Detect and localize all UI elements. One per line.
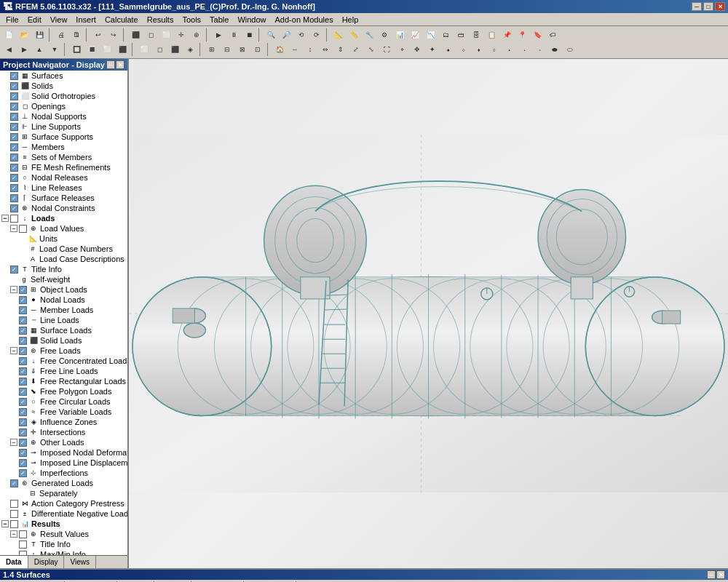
tb2-btn-28[interactable]: ⬩ bbox=[502, 43, 516, 56]
tree-item-openings[interactable]: ◻ Openings bbox=[0, 101, 127, 111]
tb-btn-18[interactable]: 📈 bbox=[408, 28, 422, 41]
tb2-btn-24[interactable]: ⬥ bbox=[440, 43, 455, 56]
tb2-btn-31[interactable]: ⬬ bbox=[547, 43, 562, 56]
cb-nodal-constraints[interactable] bbox=[10, 204, 18, 212]
expand-free-loads[interactable]: − bbox=[10, 347, 17, 354]
tree-item-free-line[interactable]: ⇓ Free Line Loads bbox=[0, 366, 127, 376]
tb-btn-27[interactable]: 🏷 bbox=[545, 28, 560, 41]
tb2-btn-25[interactable]: ⬦ bbox=[456, 43, 470, 56]
tree-item-fe-mesh[interactable]: ⊟ FE Mesh Refinements bbox=[0, 162, 127, 172]
tab-views[interactable]: Views bbox=[64, 556, 96, 568]
tree-item-result-values[interactable]: − ⊕ Result Values bbox=[0, 529, 127, 539]
expand-other-loads[interactable]: − bbox=[10, 439, 17, 446]
tree-container[interactable]: ▦ Surfaces ⬛ Solids ⬜ Solid Orthotropies… bbox=[0, 71, 127, 555]
tree-item-load-values[interactable]: − ⊕ Load Values bbox=[0, 223, 127, 234]
cb-influence[interactable] bbox=[19, 418, 27, 426]
cb-intersections[interactable] bbox=[19, 428, 27, 436]
tb2-btn-30[interactable]: ⬫ bbox=[532, 43, 547, 56]
tree-item-line-releases[interactable]: ⌇ Line Releases bbox=[0, 183, 127, 193]
menu-tools[interactable]: Tools bbox=[178, 15, 205, 25]
cb-solid-loads[interactable] bbox=[19, 337, 27, 345]
tb2-btn-16[interactable]: ⇔ bbox=[318, 43, 333, 56]
tb-btn-25[interactable]: 📍 bbox=[515, 28, 529, 41]
cb-imperfections[interactable] bbox=[19, 469, 27, 477]
tb-btn-26[interactable]: 🔖 bbox=[530, 28, 545, 41]
tree-item-solids[interactable]: ⬛ Solids bbox=[0, 81, 127, 91]
tb-btn-22[interactable]: 🗄 bbox=[469, 28, 483, 41]
cb-sets-members[interactable] bbox=[10, 154, 18, 162]
cb-free-conc[interactable] bbox=[19, 357, 27, 365]
tb-btn-21[interactable]: 🗃 bbox=[454, 28, 468, 41]
tree-item-lc-desc[interactable]: A Load Case Descriptions bbox=[0, 254, 127, 264]
menu-view[interactable]: View bbox=[46, 15, 72, 25]
tb-btn-6[interactable]: ▶ bbox=[211, 28, 226, 41]
cb-object-loads[interactable] bbox=[19, 286, 27, 294]
menu-table[interactable]: Table bbox=[205, 15, 233, 25]
cb-loads[interactable] bbox=[10, 215, 18, 223]
view-front[interactable]: ⬜ bbox=[137, 43, 151, 56]
tb2-btn-2[interactable]: ▶ bbox=[17, 43, 31, 56]
cb-openings[interactable] bbox=[10, 103, 18, 111]
print-preview[interactable]: 🖺 bbox=[69, 28, 84, 41]
cb-other-loads[interactable] bbox=[19, 439, 27, 447]
expand-results[interactable]: − bbox=[1, 520, 9, 527]
tree-item-surface-supports[interactable]: ⊞ Surface Supports bbox=[0, 132, 127, 142]
cb-title-info[interactable] bbox=[10, 266, 18, 274]
tb-btn-11[interactable]: ⟲ bbox=[294, 28, 309, 41]
tree-item-surface-loads[interactable]: ▦ Surface Loads bbox=[0, 325, 127, 335]
cb-members[interactable] bbox=[10, 143, 18, 151]
tree-item-units[interactable]: 📐 Units bbox=[0, 234, 127, 244]
tree-item-object-loads[interactable]: − ⊞ Object Loads bbox=[0, 284, 127, 295]
cb-diff-neg[interactable] bbox=[10, 510, 18, 518]
cb-free-poly[interactable] bbox=[19, 388, 27, 396]
tree-item-nodal-releases[interactable]: ○ Nodal Releases bbox=[0, 172, 127, 183]
nav-close-button[interactable]: ✕ bbox=[116, 60, 124, 69]
redo-button[interactable]: ↪ bbox=[106, 28, 121, 41]
tb-btn-14[interactable]: 📏 bbox=[347, 28, 361, 41]
tb2-btn-5[interactable]: 🔲 bbox=[69, 43, 84, 56]
tree-item-results[interactable]: − 📊 Results bbox=[0, 519, 127, 529]
tb-btn-15[interactable]: 🔧 bbox=[362, 28, 376, 41]
tb-btn-23[interactable]: 📋 bbox=[484, 28, 499, 41]
tree-item-nodal-constraints[interactable]: ⊗ Nodal Constraints bbox=[0, 203, 127, 213]
menu-calculate[interactable]: Calculate bbox=[100, 15, 143, 25]
tb2-btn-4[interactable]: ▼ bbox=[47, 43, 62, 56]
tree-item-line-supports[interactable]: ⊩ Line Supports bbox=[0, 121, 127, 132]
tree-item-free-poly[interactable]: ⬊ Free Polygon Loads bbox=[0, 386, 127, 396]
tb-btn-7[interactable]: ⏸ bbox=[226, 28, 241, 41]
cb-load-values[interactable] bbox=[19, 225, 27, 233]
menu-window[interactable]: Window bbox=[233, 15, 270, 25]
tb-btn-2[interactable]: ◻ bbox=[143, 28, 158, 41]
open-button[interactable]: 📂 bbox=[17, 28, 31, 41]
menu-addon[interactable]: Add-on Modules bbox=[271, 15, 338, 25]
tree-item-title-info[interactable]: T Title Info bbox=[0, 264, 127, 274]
menu-insert[interactable]: Insert bbox=[71, 15, 100, 25]
tree-item-line-loads[interactable]: ╌ Line Loads bbox=[0, 315, 127, 325]
tree-item-imposed-nodal[interactable]: ⊸ Imposed Nodal Deformati... bbox=[0, 447, 127, 458]
cb-imposed-line[interactable] bbox=[19, 459, 27, 467]
tb-btn-5[interactable]: ⊕ bbox=[189, 28, 204, 41]
tree-item-loads[interactable]: − ↓ Loads bbox=[0, 213, 127, 223]
tb-btn-9[interactable]: 🔍 bbox=[264, 28, 278, 41]
tree-item-surface-releases[interactable]: ⌈ Surface Releases bbox=[0, 193, 127, 203]
menu-edit[interactable]: Edit bbox=[23, 15, 46, 25]
print-button[interactable]: 🖨 bbox=[54, 28, 68, 41]
undo-button[interactable]: ↩ bbox=[91, 28, 106, 41]
tree-item-action-prestress[interactable]: ⋈ Action Category Prestress bbox=[0, 498, 127, 509]
tree-item-surfaces[interactable]: ▦ Surfaces bbox=[0, 71, 127, 81]
tb-btn-24[interactable]: 📌 bbox=[499, 28, 514, 41]
tree-item-free-var[interactable]: ≈ Free Variable Loads bbox=[0, 407, 127, 417]
cb-generated-loads[interactable] bbox=[10, 479, 18, 487]
tb2-btn-20[interactable]: ⛶ bbox=[379, 43, 394, 56]
view-top[interactable]: ⬛ bbox=[167, 43, 182, 56]
cb-res-title[interactable] bbox=[19, 541, 27, 549]
tree-item-nodal-supports[interactable]: ⊥ Nodal Supports bbox=[0, 111, 127, 121]
tb2-btn-27[interactable]: ⬨ bbox=[486, 43, 501, 56]
tree-item-res-title[interactable]: T Title Info bbox=[0, 539, 127, 549]
tb-btn-19[interactable]: 📉 bbox=[423, 28, 438, 41]
tree-item-imposed-line[interactable]: ⊸ Imposed Line Displaceme... bbox=[0, 458, 127, 468]
tree-item-imperfections[interactable]: ⊹ Imperfections bbox=[0, 468, 127, 478]
tree-item-intersections[interactable]: ✛ Intersections bbox=[0, 427, 127, 437]
save-button[interactable]: 💾 bbox=[32, 28, 47, 41]
cb-solids[interactable] bbox=[10, 82, 18, 90]
